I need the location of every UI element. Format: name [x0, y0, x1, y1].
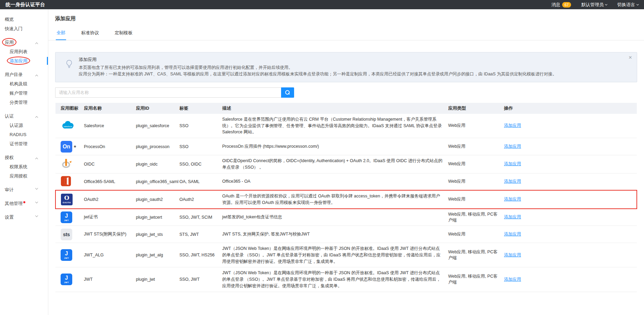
sidebar-item-label: 机构及组 [10, 81, 27, 86]
app-name-cell: JWT [81, 267, 133, 292]
table-header-row: 应用图标 应用名称 应用ID 标签 描述 应用类型 操作 [55, 103, 637, 114]
notice-line-1: 本页面包含了所有已支持的可添加应用列表，管理员可以选择需要使用的应用进行初始化配… [79, 64, 557, 71]
jwt-subtext: JWT [64, 281, 69, 283]
table-row: JJWTJWTplugin_jwtSSO, JWTJWT（JSON Web To… [55, 267, 637, 292]
sidebar-item-app-authorization[interactable]: 应用授权 [0, 171, 48, 181]
app-id-cell: plugin_oauth2 [133, 190, 177, 209]
app-type-cell: Web应用, 移动应用, PC客户端 [445, 243, 501, 267]
app-id-cell: plugin_jwt [133, 267, 177, 292]
language-label: 切换语言 [617, 2, 635, 8]
sidebar-item-cert-mgmt[interactable]: 证书管理 [0, 139, 48, 148]
sidebar-item-label: 认证 [5, 113, 14, 119]
app-icon-cell: sts [55, 226, 81, 243]
add-app-link[interactable]: 添加应用 [504, 253, 521, 257]
main-panel: 添加应用 全部 标准协议 定制模板 添加应用 本页面包含了所有已支持的可添 [48, 9, 644, 315]
svg-text:salesforce: salesforce [64, 125, 72, 128]
app-action-cell: 添加应用 [501, 138, 637, 155]
app-tags-cell: SSO, JWT [177, 267, 219, 292]
sidebar-item-label: 应用列表 [10, 49, 27, 54]
tab-all[interactable]: 全部 [56, 26, 66, 40]
sidebar-item-category-mgmt[interactable]: 分类管理 [0, 98, 48, 107]
app-desc-cell: jwt签发的id_token包含证书信息 [219, 209, 445, 226]
chevron-down-icon [35, 214, 38, 217]
add-app-link[interactable]: 添加应用 [504, 215, 521, 219]
sidebar-item-quick-start[interactable]: 快速入门 [0, 24, 48, 33]
add-app-link[interactable]: 添加应用 [504, 197, 521, 202]
add-app-link[interactable]: 添加应用 [504, 161, 521, 166]
table-row: OIDCplugin_oidcSSO, OIDCOIDC是OpenID Conn… [55, 155, 637, 173]
sidebar-item-auth-source[interactable]: 认证源 [0, 121, 48, 130]
content-area: 添加应用 本页面包含了所有已支持的可添加应用列表，管理员可以选择需要使用的应用进… [48, 40, 644, 292]
app-desc-cell: JWT（JSON Web Token）是在网络应用环境声明的一种基于 JSON … [219, 243, 445, 267]
sidebar-item-add-app[interactable]: 添加应用 [0, 56, 48, 65]
app-name-cell: JWT_ALG [81, 243, 133, 267]
add-app-link[interactable]: 添加应用 [504, 123, 521, 128]
sidebar-item-label: 设置 [5, 215, 14, 220]
jwt-box: JJWT [61, 274, 72, 285]
close-icon[interactable]: × [629, 54, 632, 60]
sidebar-item-apps[interactable]: 应用 [0, 38, 48, 47]
chevron-up-icon [35, 43, 38, 45]
notice-body: 添加应用 本页面包含了所有已支持的可添加应用列表，管理员可以选择需要使用的应用进… [79, 57, 557, 78]
sidebar-item-org-groups[interactable]: 机构及组 [0, 79, 48, 88]
app-icon-cell: OOAUTH [55, 190, 81, 209]
tab-custom-template[interactable]: 定制模板 [114, 26, 133, 40]
sidebar-item-settings[interactable]: 设置 [0, 213, 48, 222]
sidebar-item-label: 认证源 [10, 123, 23, 128]
sidebar-item-audit[interactable]: 审计 [0, 185, 48, 194]
sidebar-item-label: RADIUS [10, 132, 26, 137]
sidebar-item-account-mgmt[interactable]: 账户管理 [0, 88, 48, 98]
oauth-box: OOAUTH [61, 194, 73, 205]
sts-box: sts [61, 229, 72, 240]
app-desc-cell: Office365 - OA [219, 173, 445, 190]
app-tags-cell: SSO, JWT, HS256 [177, 243, 219, 267]
jwt-subtext: JWT [64, 219, 69, 221]
table-row: OOAUTHOAuth2plugin_oauth2OAuth2OAuth 是一个… [55, 190, 637, 209]
sidebar-item-overview[interactable]: 概览 [0, 15, 48, 24]
add-app-link[interactable]: 添加应用 [504, 144, 521, 149]
oidc-logo-icon [61, 158, 72, 169]
jwt-letter: J [65, 275, 68, 281]
sidebar-item-authorization[interactable]: 授权 [0, 153, 48, 162]
sidebar-item-label: 添加应用 [10, 58, 27, 63]
app-id-cell: plugin_oidc [133, 155, 177, 173]
app-title: 统一身份认证平台 [5, 2, 45, 8]
sidebar-item-app-list[interactable]: 应用列表 [0, 47, 48, 56]
sidebar-item-other-mgmt[interactable]: 其他管理 [0, 199, 48, 208]
sidebar-item-authentication[interactable]: 认证 [0, 111, 48, 121]
app-action-cell: 添加应用 [501, 267, 637, 292]
messages-button[interactable]: 消息 67 [552, 2, 571, 8]
language-menu[interactable]: 切换语言 [617, 2, 639, 8]
chevron-down-icon [35, 187, 38, 190]
app-type-cell: Web应用 [445, 190, 501, 209]
sidebar-item-label: 权限系统 [10, 164, 27, 169]
sidebar-item-label: 审计 [5, 187, 14, 192]
chevron-down-icon [35, 201, 38, 203]
app-action-cell: 添加应用 [501, 173, 637, 190]
jwt-subtext: JWT [64, 257, 69, 259]
app-tags-cell: SSO [177, 114, 219, 138]
search-input[interactable] [55, 87, 281, 98]
col-header-desc: 描述 [219, 103, 445, 114]
admin-menu[interactable]: 默认管理员 [581, 2, 607, 8]
add-app-link[interactable]: 添加应用 [504, 277, 521, 282]
chevron-up-icon [35, 158, 38, 160]
sidebar-item-permission-system[interactable]: 权限系统 [0, 162, 48, 171]
sidebar-item-label: 应用授权 [10, 173, 27, 179]
sidebar-item-user-directory[interactable]: 用户目录 [0, 70, 48, 79]
app-icon-cell: salesforce [55, 114, 81, 138]
app-name-cell: OAuth2 [81, 190, 133, 209]
add-app-link[interactable]: 添加应用 [504, 179, 521, 184]
tab-standard-protocol[interactable]: 标准协议 [80, 26, 100, 40]
col-header-type: 应用类型 [445, 103, 501, 114]
sidebar-item-radius[interactable]: RADIUS [0, 130, 48, 139]
col-header-action: 操作 [501, 103, 637, 114]
bulb-icon [66, 59, 73, 70]
jwt-logo-icon: JJWT [61, 249, 72, 261]
col-header-tags: 标签 [177, 103, 219, 114]
app-icon-cell: JJWT [55, 209, 81, 226]
add-app-link[interactable]: 添加应用 [504, 232, 521, 237]
app-name-cell: Office365-SAML [81, 173, 133, 190]
app-table: 应用图标 应用名称 应用ID 标签 描述 应用类型 操作 salesforceS… [55, 103, 637, 292]
search-button[interactable] [281, 87, 294, 98]
